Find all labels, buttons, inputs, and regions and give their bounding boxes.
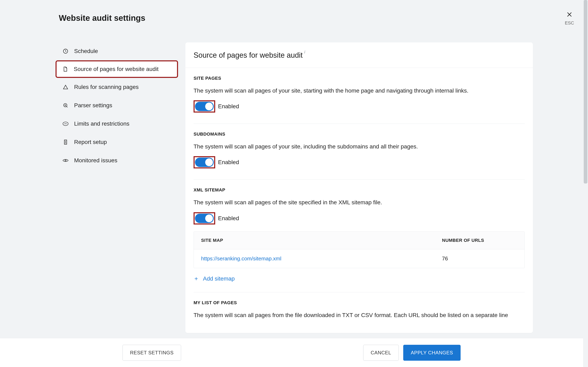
sidebar-item-monitored-issues[interactable]: Monitored issues [56,151,178,170]
add-sitemap-button[interactable]: Add sitemap [185,269,533,288]
plus-icon [194,276,199,281]
search-plus-icon [62,102,69,109]
sidebar-item-label: Monitored issues [74,157,117,164]
scrollbar-thumb[interactable] [584,0,587,184]
vertical-scrollbar[interactable] [583,0,588,367]
info-icon[interactable]: i [304,50,305,54]
svg-point-3 [65,160,66,161]
toggle-xml-sitemap[interactable] [195,214,214,223]
sitemap-url-link[interactable]: https://seranking.com/sitemap.xml [194,249,435,268]
clock-icon [62,48,69,54]
add-sitemap-label: Add sitemap [203,275,235,282]
sidebar-item-limits-restrictions[interactable]: Limits and restrictions [56,115,178,133]
sidebar-item-source-of-pages[interactable]: Source of pages for website audit [56,60,178,78]
section-desc: The system will scan all pages of your s… [194,87,525,95]
settings-footer: RESET SETTINGS CANCEL APPLY CHANGES [0,338,583,367]
panel-title: Source of pages for website audit [194,51,303,59]
section-desc: The system will scan all pages of your s… [194,142,525,150]
sidebar-item-parser-settings[interactable]: Parser settings [56,96,178,115]
toggle-subdomains[interactable] [195,158,214,167]
page-title: Website audit settings [59,13,145,23]
toggle-label: Enabled [218,215,239,222]
reset-settings-button[interactable]: RESET SETTINGS [122,345,181,361]
eye-icon [62,157,69,164]
table-header-sitemap: SITE MAP [194,232,435,249]
sidebar-item-label: Parser settings [74,102,112,109]
dash-circle-icon [62,120,69,127]
toggle-label: Enabled [218,103,239,110]
close-button[interactable] [565,10,574,19]
report-icon [62,139,69,145]
section-heading-my-list: MY LIST OF PAGES [194,300,525,305]
apply-changes-button[interactable]: APPLY CHANGES [403,345,461,361]
cancel-button[interactable]: CANCEL [363,345,399,361]
close-esc-label: ESC [565,20,574,26]
table-header-urls: NUMBER OF URLS [435,232,525,249]
sitemap-table: SITE MAP NUMBER OF URLS https://serankin… [194,231,525,268]
sidebar-item-schedule[interactable]: Schedule [56,42,178,60]
sidebar-item-label: Rules for scanning pages [74,84,139,90]
warning-triangle-icon [62,84,69,90]
toggle-label: Enabled [218,159,239,166]
section-desc: The system will scan all pages of the si… [194,198,525,206]
table-row: https://seranking.com/sitemap.xml 76 [194,249,525,268]
sitemap-url-count: 76 [435,249,525,268]
section-heading-subdomains: SUBDOMAINS [194,132,525,137]
settings-panel: Source of pages for website audit i SITE… [185,42,533,333]
section-heading-xml-sitemap: XML SITEMAP [194,187,525,193]
section-desc: The system will scan all pages from the … [194,311,525,319]
section-heading-site-pages: SITE PAGES [194,76,525,81]
settings-sidebar: Schedule Source of pages for website aud… [56,42,178,170]
toggle-site-pages[interactable] [195,102,214,111]
sidebar-item-rules-scanning[interactable]: Rules for scanning pages [56,78,178,96]
sidebar-item-label: Limits and restrictions [74,120,130,127]
document-icon [62,66,68,72]
sidebar-item-label: Report setup [74,139,107,145]
sidebar-item-label: Source of pages for website audit [74,66,159,72]
sidebar-item-label: Schedule [74,48,98,54]
sidebar-item-report-setup[interactable]: Report setup [56,133,178,151]
